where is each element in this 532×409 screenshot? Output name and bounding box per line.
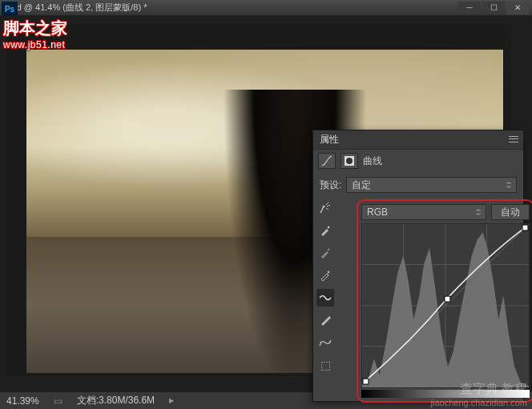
eyedropper-gray-icon[interactable]: [316, 244, 334, 262]
panel-title[interactable]: 属性: [320, 133, 339, 146]
mask-icon[interactable]: [341, 153, 358, 169]
adjustment-type-label: 曲线: [363, 154, 382, 168]
document-title: .psd @ 41.4% (曲线 2, 图层蒙版/8) *: [5, 2, 147, 14]
curves-icon[interactable]: [318, 153, 336, 169]
zoom-level[interactable]: 41.39%: [6, 395, 39, 407]
auto-button[interactable]: 自动: [491, 204, 530, 220]
highlighted-curve-area: RGB 自动: [357, 199, 532, 403]
panel-tab-bar: 属性: [313, 130, 523, 150]
clip-icon[interactable]: ⬚: [316, 356, 334, 374]
auto-label: 自动: [501, 206, 520, 219]
target-adjust-icon[interactable]: [316, 199, 334, 217]
svg-rect-11: [445, 296, 450, 302]
preset-label: 预设:: [320, 178, 341, 192]
pencil-icon[interactable]: [316, 311, 334, 329]
edit-points-icon[interactable]: [316, 289, 334, 307]
smooth-icon[interactable]: [316, 334, 334, 351]
app-badge: Ps: [2, 2, 18, 16]
watermark-bottom-url: jiaocheng.chazidian.com: [431, 398, 527, 407]
title-bar: .psd @ 41.4% (曲线 2, 图层蒙版/8) * ─ ☐ ✕: [0, 0, 532, 16]
watermark-title: 脚本之家: [3, 18, 67, 39]
preset-select[interactable]: 自定: [346, 177, 517, 193]
histogram: [362, 224, 529, 387]
status-menu-icon[interactable]: ▶: [169, 397, 174, 404]
minimize-button[interactable]: ─: [458, 2, 481, 14]
channel-value: RGB: [367, 207, 388, 218]
channel-row: RGB 自动: [361, 204, 530, 220]
window-controls: ─ ☐ ✕: [458, 2, 529, 14]
workspace: 属性 曲线 预设: 自定: [0, 16, 532, 391]
channel-select[interactable]: RGB: [361, 204, 486, 220]
watermark-url: www.jb51.net: [3, 39, 67, 50]
preset-row: 预设: 自定: [313, 172, 523, 198]
watermark-top: 脚本之家 www.jb51.net: [3, 18, 67, 50]
doc-info: 文档:3.80M/36.6M: [77, 394, 155, 407]
svg-rect-12: [522, 225, 528, 231]
watermark-bottom: 查字典 教程 jiaocheng.chazidian.com: [431, 381, 527, 407]
eyedropper-black-icon[interactable]: [316, 222, 334, 239]
doc-info-icon[interactable]: ▭: [54, 395, 62, 407]
preset-value: 自定: [352, 178, 371, 192]
maximize-button[interactable]: ☐: [482, 2, 505, 14]
curves-graph[interactable]: [361, 223, 530, 388]
adjustment-type-row: 曲线: [313, 150, 523, 172]
doc-value: 3.80M/36.6M: [99, 395, 155, 406]
svg-point-2: [323, 206, 325, 208]
svg-point-1: [346, 158, 353, 164]
eyedropper-white-icon[interactable]: [316, 267, 334, 284]
curve-tools: ⬚: [316, 199, 334, 407]
doc-label: 文档:: [77, 395, 99, 406]
properties-panel: 属性 曲线 预设: 自定: [312, 130, 524, 402]
panel-menu-icon[interactable]: [507, 134, 520, 145]
svg-rect-10: [363, 379, 369, 384]
close-button[interactable]: ✕: [506, 2, 529, 14]
watermark-bottom-title: 查字典 教程: [460, 382, 527, 395]
